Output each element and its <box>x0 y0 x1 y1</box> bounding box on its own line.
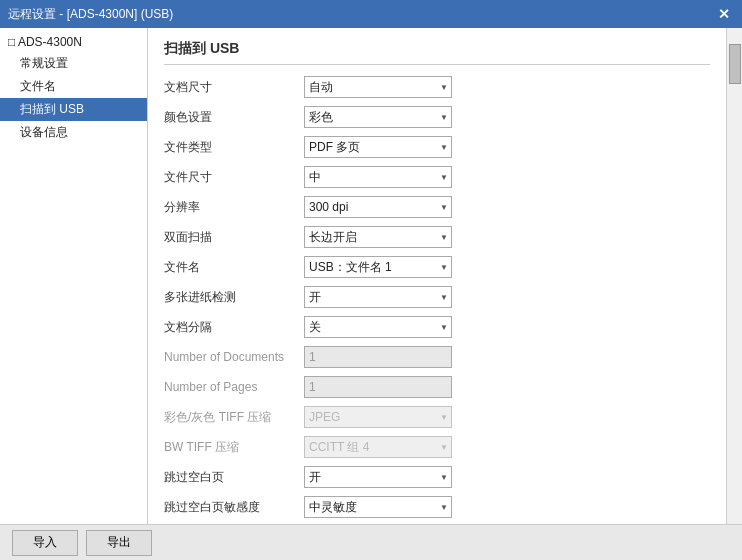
select-color-tiff[interactable]: JPEG <box>304 406 452 428</box>
row-skip-blank-sensitivity: 跳过空白页敏感度 中灵敏度 <box>164 495 710 519</box>
label-doc-size: 文档尺寸 <box>164 79 304 96</box>
row-num-docs: Number of Documents <box>164 345 710 369</box>
select-wrapper-resolution: 300 dpi <box>304 196 452 218</box>
select-filename[interactable]: USB：文件名 1 <box>304 256 452 278</box>
select-skip-blank[interactable]: 开 <box>304 466 452 488</box>
select-multi-feed[interactable]: 开 <box>304 286 452 308</box>
label-multi-feed: 多张进纸检测 <box>164 289 304 306</box>
input-num-docs[interactable] <box>304 346 452 368</box>
title-bar: 远程设置 - [ADS-4300N] (USB) ✕ <box>0 0 742 28</box>
main-container: □ ADS-4300N 常规设置 文件名 扫描到 USB 设备信息 扫描到 US… <box>0 28 742 524</box>
select-resolution[interactable]: 300 dpi <box>304 196 452 218</box>
close-button[interactable]: ✕ <box>714 4 734 24</box>
bottom-bar: 导入 导出 <box>0 524 742 560</box>
row-color-tiff: 彩色/灰色 TIFF 压缩 JPEG <box>164 405 710 429</box>
sidebar-item-ads4300n[interactable]: □ ADS-4300N <box>0 32 147 52</box>
select-bw-tiff[interactable]: CCITT 组 4 <box>304 436 452 458</box>
sidebar-item-filename[interactable]: 文件名 <box>0 75 147 98</box>
select-color-setting[interactable]: 彩色 <box>304 106 452 128</box>
label-color-tiff: 彩色/灰色 TIFF 压缩 <box>164 409 304 426</box>
input-num-pages[interactable] <box>304 376 452 398</box>
sidebar-item-device-info[interactable]: 设备信息 <box>0 121 147 144</box>
row-num-pages: Number of Pages <box>164 375 710 399</box>
select-wrapper-color-tiff: JPEG <box>304 406 452 428</box>
label-skip-blank-sensitivity: 跳过空白页敏感度 <box>164 499 304 516</box>
sidebar: □ ADS-4300N 常规设置 文件名 扫描到 USB 设备信息 <box>0 28 148 524</box>
select-wrapper-bw-tiff: CCITT 组 4 <box>304 436 452 458</box>
row-filename: 文件名 USB：文件名 1 <box>164 255 710 279</box>
select-doc-separator[interactable]: 关 <box>304 316 452 338</box>
select-wrapper-doc-size: 自动 <box>304 76 452 98</box>
label-file-size: 文件尺寸 <box>164 169 304 186</box>
label-color-setting: 颜色设置 <box>164 109 304 126</box>
row-multi-feed: 多张进纸检测 开 <box>164 285 710 309</box>
sidebar-item-scan-to-usb[interactable]: 扫描到 USB <box>0 98 147 121</box>
row-file-size: 文件尺寸 中 <box>164 165 710 189</box>
select-file-type[interactable]: PDF 多页 <box>304 136 452 158</box>
row-duplex-scan: 双面扫描 长边开启 <box>164 225 710 249</box>
label-num-docs: Number of Documents <box>164 350 304 364</box>
scrollbar-thumb[interactable] <box>729 44 741 84</box>
select-wrapper-filename: USB：文件名 1 <box>304 256 452 278</box>
select-wrapper-skip-blank: 开 <box>304 466 452 488</box>
select-wrapper-file-size: 中 <box>304 166 452 188</box>
select-wrapper-multi-feed: 开 <box>304 286 452 308</box>
select-wrapper-skip-blank-sensitivity: 中灵敏度 <box>304 496 452 518</box>
label-doc-separator: 文档分隔 <box>164 319 304 336</box>
label-file-type: 文件类型 <box>164 139 304 156</box>
select-wrapper-doc-separator: 关 <box>304 316 452 338</box>
label-skip-blank: 跳过空白页 <box>164 469 304 486</box>
content-area: 扫描到 USB 文档尺寸 自动 颜色设置 彩色 文件类型 <box>148 28 726 524</box>
export-button[interactable]: 导出 <box>86 530 152 556</box>
import-button[interactable]: 导入 <box>12 530 78 556</box>
row-resolution: 分辨率 300 dpi <box>164 195 710 219</box>
select-skip-blank-sensitivity[interactable]: 中灵敏度 <box>304 496 452 518</box>
label-num-pages: Number of Pages <box>164 380 304 394</box>
label-duplex-scan: 双面扫描 <box>164 229 304 246</box>
title-bar-text: 远程设置 - [ADS-4300N] (USB) <box>8 6 173 23</box>
select-wrapper-duplex-scan: 长边开启 <box>304 226 452 248</box>
row-color-setting: 颜色设置 彩色 <box>164 105 710 129</box>
row-doc-separator: 文档分隔 关 <box>164 315 710 339</box>
select-wrapper-color-setting: 彩色 <box>304 106 452 128</box>
select-duplex-scan[interactable]: 长边开启 <box>304 226 452 248</box>
row-file-type: 文件类型 PDF 多页 <box>164 135 710 159</box>
row-skip-blank: 跳过空白页 开 <box>164 465 710 489</box>
label-resolution: 分辨率 <box>164 199 304 216</box>
section-title: 扫描到 USB <box>164 40 710 65</box>
scrollbar[interactable] <box>726 28 742 524</box>
row-doc-size: 文档尺寸 自动 <box>164 75 710 99</box>
select-doc-size[interactable]: 自动 <box>304 76 452 98</box>
select-file-size[interactable]: 中 <box>304 166 452 188</box>
row-bw-tiff: BW TIFF 压缩 CCITT 组 4 <box>164 435 710 459</box>
label-filename: 文件名 <box>164 259 304 276</box>
label-bw-tiff: BW TIFF 压缩 <box>164 439 304 456</box>
select-wrapper-file-type: PDF 多页 <box>304 136 452 158</box>
sidebar-item-general[interactable]: 常规设置 <box>0 52 147 75</box>
